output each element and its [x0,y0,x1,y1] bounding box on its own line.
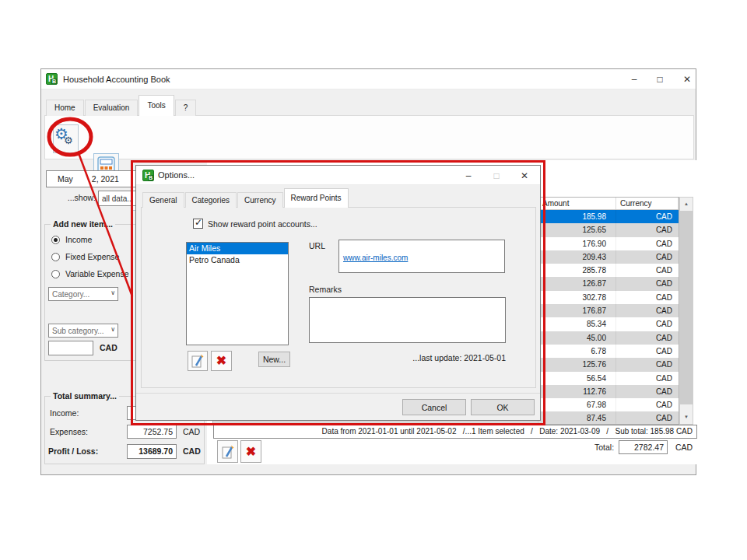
reward-points-tab-page: ✓ Show reward point accounts... Air Mile… [141,207,536,388]
amount-cell: 125.76 [538,358,616,371]
currency-cell: CAD [616,385,679,398]
radio-income[interactable]: Income [51,235,92,244]
expenses-value: 7252.75 [127,425,177,439]
total-value: 2782.47 [619,440,668,454]
currency-cell: CAD [616,264,679,277]
expenses-currency: CAD [183,427,200,436]
options-dialog: H B Options... – □ ✕ GeneralCategoriesCu… [135,165,541,421]
dialog-tab-currency[interactable]: Currency [237,192,283,208]
edit-account-button[interactable] [188,351,208,371]
main-titlebar[interactable]: H B Household Accounting Book – □ ✕ [41,69,696,89]
dialog-tab-reward-points[interactable]: Reward Points [284,188,349,208]
currency-cell: CAD [616,277,679,290]
settings-gear-small-icon: ⚙ [64,135,73,146]
radio-income-icon [51,236,60,244]
settings-button[interactable]: ⚙ ⚙ [53,124,79,153]
show-reward-accounts-label: Show reward point accounts... [208,219,317,229]
amount-cell: 126.87 [538,277,616,290]
amount-cell: 6.78 [538,345,616,358]
date-day-year[interactable]: 2, 2021 [92,174,119,184]
app-icon-b: B [51,79,57,84]
tab-evaluation[interactable]: Evaluation [85,100,139,116]
radio-fixed-expense[interactable]: Fixed Expense [51,252,119,261]
amount-cell: 302.78 [538,291,616,304]
show-reward-accounts-row[interactable]: ✓ Show reward point accounts... [193,219,317,229]
dialog-minimize-icon[interactable]: – [457,167,480,184]
window-title: Household Accounting Book [63,75,170,84]
amount-cell: 176.90 [538,237,616,250]
amount-cell: 45.00 [538,331,616,345]
sub-category-dropdown[interactable]: Sub category... ∨ [48,324,118,338]
url-box[interactable]: www.air-miles.com [338,240,505,273]
date-month[interactable]: May [58,174,73,184]
chevron-down-icon: ∨ [110,326,115,333]
scrollbar-thumb[interactable] [680,211,693,404]
total-label: Total: [594,443,614,452]
remarks-label: Remarks [309,285,342,294]
total-currency: CAD [675,443,693,452]
currency-cell: CAD [616,398,679,411]
dialog-footer: Cancel OK [136,393,540,420]
dialog-tab-categories[interactable]: Categories [185,192,237,208]
date-picker[interactable]: May 2, 2021 [46,170,139,187]
currency-cell: CAD [616,291,679,304]
profit-loss-currency: CAD [183,446,201,456]
radio-fixed-expense-label: Fixed Expense [65,252,119,261]
radio-variable-expense[interactable]: Variable Expense [51,269,129,278]
account-item-air-miles[interactable]: Air Miles [187,243,288,254]
amount-cell: 185.98 [538,210,616,223]
scroll-up-icon[interactable]: ▲ [680,198,693,211]
currency-cell: CAD [616,210,679,223]
sub-category-value: Sub category... [52,327,104,335]
amount-input[interactable] [48,341,93,355]
reward-accounts-list[interactable]: Air MilesPetro Canada [186,242,289,345]
url-link[interactable]: www.air-miles.com [343,254,408,262]
radio-variable-expense-label: Variable Expense [65,269,129,278]
tab-tab[interactable]: ? [175,100,197,116]
category-dropdown[interactable]: Category... ∨ [48,287,118,301]
ok-button[interactable]: OK [471,399,535,415]
scroll-down-icon[interactable]: ▼ [680,411,693,424]
edit-item-button[interactable] [217,440,238,463]
account-item-petro-canada[interactable]: Petro Canada [187,254,288,266]
currency-column-header[interactable]: Currency [616,198,679,209]
currency-cell: CAD [616,411,679,425]
close-icon[interactable]: ✕ [675,71,700,88]
currency-cell: CAD [616,372,679,385]
amount-cell: 87.45 [538,411,616,425]
cancel-button[interactable]: Cancel [402,399,466,415]
dialog-close-icon[interactable]: ✕ [513,167,536,184]
amount-cell: 176.87 [538,304,616,317]
delete-item-button[interactable]: ✖ [240,440,261,463]
last-update-label: ...last update: 2021-05-01 [350,353,506,362]
dialog-maximize-icon: □ [485,167,508,184]
amount-column-header[interactable]: Amount [538,198,616,209]
dialog-title: Options... [158,170,195,180]
tab-tools[interactable]: Tools [139,95,174,116]
remarks-box[interactable] [309,297,506,343]
add-new-item-title: Add new item... [51,219,115,229]
app-icon-b: B [148,175,153,180]
dialog-app-icon: H B [142,170,154,181]
tab-home[interactable]: Home [46,100,84,116]
delete-account-button[interactable]: ✖ [211,351,232,371]
table-scrollbar[interactable]: ▲ ▼ [679,197,693,425]
currency-cell: CAD [616,237,679,250]
currency-cell: CAD [616,250,679,264]
minimize-icon[interactable]: – [622,71,647,88]
category-value: Category... [52,290,89,299]
url-label: URL [309,241,325,250]
new-account-button[interactable]: New... [258,352,290,367]
expenses-label: Expenses: [50,427,88,436]
amount-cell: 67.98 [538,398,616,411]
income-label: Income: [50,408,79,418]
dialog-titlebar[interactable]: H B Options... – □ ✕ [136,166,540,185]
amount-currency-label: CAD [100,343,117,352]
show-reward-accounts-checkbox[interactable]: ✓ [193,219,203,229]
dialog-tab-general[interactable]: General [142,192,184,208]
total-summary-title: Total summary... [51,391,119,401]
delete-icon: ✖ [216,355,226,367]
app-icon: H B [46,73,58,85]
maximize-icon[interactable]: □ [647,71,672,88]
amount-cell: 125.65 [538,223,616,236]
